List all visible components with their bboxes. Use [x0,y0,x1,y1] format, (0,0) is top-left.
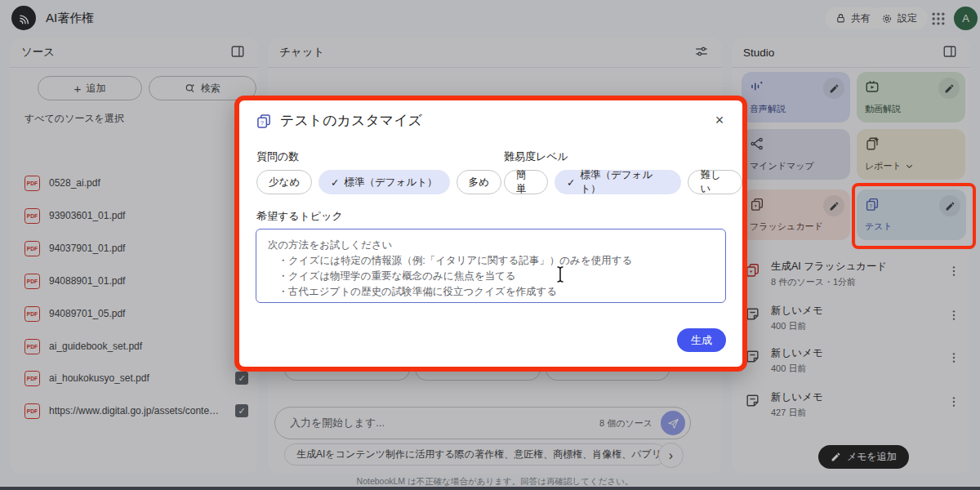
question-count-label: 質問の数 [256,149,299,164]
chip-fewer[interactable]: 少なめ [256,170,312,194]
generate-button[interactable]: 生成 [677,328,726,352]
dialog-title: テストのカスタマイズ [280,111,422,130]
chip-label: 簡単 [516,168,536,196]
topic-label: 希望するトピック [256,209,343,224]
window-bottom-edge [0,487,980,490]
close-icon[interactable]: × [710,110,729,130]
chip-hard[interactable]: 難しい [688,170,742,194]
chip-label: 難しい [700,168,730,196]
text-cursor [555,265,566,283]
quiz-customize-dialog: ? テストのカスタマイズ × 質問の数 難易度レベル 少なめ ✓ 標準（デフォル… [234,96,747,372]
chip-label: 標準（デフォルト） [581,168,670,196]
chip-standard-selected[interactable]: ✓ 標準（デフォルト） [318,170,449,194]
chip-standard-selected[interactable]: ✓ 標準（デフォルト） [555,170,681,194]
quiz-icon: ? [256,113,272,129]
check-icon: ✓ [331,176,339,189]
chip-more[interactable]: 多め [457,170,501,194]
annotation-highlight-quiz-card [852,183,976,249]
check-icon: ✓ [567,176,575,189]
chip-label: 多め [469,176,489,189]
notebooklm-app: AI著作権 共有 設定 A ソース [0,0,980,490]
svg-text:?: ? [261,119,264,127]
chip-easy[interactable]: 簡単 [504,170,548,194]
topic-textarea[interactable]: 次の方法をお試しください ・クイズには特定の情報源（例:「イタリアに関する記事」… [256,229,726,303]
chip-label: 標準（デフォルト） [345,176,438,189]
chip-label: 少なめ [269,176,300,189]
difficulty-label: 難易度レベル [504,149,568,164]
